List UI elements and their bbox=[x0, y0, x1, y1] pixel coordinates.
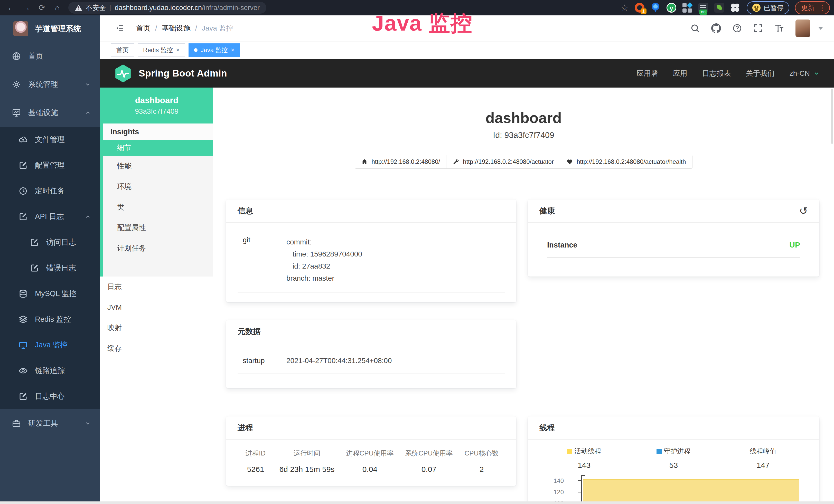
sba-nav-applications[interactable]: 应用 bbox=[673, 69, 687, 78]
sba-body: dashboard 93a3fc7f7409 Insights 细节 性能 环境… bbox=[100, 88, 834, 501]
legend-yellow-swatch bbox=[567, 449, 572, 454]
sba-navbar: Spring Boot Admin 应用墙 应用 日志报表 关于我们 zh-CN bbox=[100, 59, 834, 88]
sba-section-insights: Insights bbox=[100, 123, 213, 140]
profile-avatar-emoji bbox=[752, 4, 761, 12]
actuator-url-button[interactable]: http://192.168.0.2:48080/actuator bbox=[446, 155, 560, 169]
app-sidebar: 芋道管理系统 首页 系统管理 基础设施 文件管理 bbox=[0, 16, 100, 501]
extension-on-badge: on bbox=[699, 9, 707, 15]
sba-item-config-props[interactable]: 配置属性 bbox=[103, 217, 213, 238]
sba-nav-journal[interactable]: 日志报表 bbox=[702, 69, 731, 78]
sidebar-item-config-manage[interactable]: 配置管理 bbox=[0, 153, 100, 178]
extension-toolbar: 1 y on bbox=[635, 3, 740, 13]
sba-item-jvm[interactable]: JVM bbox=[100, 297, 213, 318]
close-icon[interactable]: × bbox=[231, 46, 234, 54]
y-tick-140: 140 bbox=[540, 477, 564, 484]
instance-health-row[interactable]: Instance UP bbox=[547, 223, 800, 257]
health-url-button[interactable]: http://192.168.0.2:48080/actuator/health bbox=[560, 155, 693, 169]
dashboard-icon bbox=[12, 52, 21, 61]
browser-reload-icon[interactable]: ⟳ bbox=[35, 0, 49, 15]
tabs-bar: 首页 Redis 监控 × Java 监控 × bbox=[100, 41, 834, 59]
chevron-down-icon bbox=[85, 420, 91, 427]
sba-item-logs[interactable]: 日志 bbox=[100, 276, 213, 297]
pin-extension-icon[interactable] bbox=[651, 3, 660, 13]
metadata-card: 元数据 startup 2021-04-27T00:44:31.254+08:0… bbox=[226, 320, 516, 388]
sidebar-toggle-icon[interactable] bbox=[114, 24, 125, 32]
leaf-extension-icon[interactable] bbox=[714, 3, 724, 13]
sidebar-item-system[interactable]: 系统管理 bbox=[0, 70, 100, 98]
browser-home-icon[interactable]: ⌂ bbox=[50, 0, 64, 15]
sba-item-scheduled-tasks[interactable]: 计划任务 bbox=[103, 238, 213, 258]
sidebar-item-home[interactable]: 首页 bbox=[0, 42, 100, 70]
sba-nav-about[interactable]: 关于我们 bbox=[746, 69, 775, 78]
sidebar-item-api-log[interactable]: API 日志 bbox=[0, 204, 100, 230]
annotation-java-monitor: Java 监控 bbox=[372, 9, 473, 38]
help-icon[interactable] bbox=[732, 23, 742, 33]
log-icon bbox=[30, 238, 39, 247]
caret-down-icon[interactable] bbox=[818, 27, 823, 30]
sidebar-item-error-log[interactable]: 错误日志 bbox=[0, 255, 100, 281]
sidebar-item-access-log[interactable]: 访问日志 bbox=[0, 230, 100, 255]
profile-paused-badge[interactable]: 已暂停 bbox=[747, 1, 789, 15]
status-badge: UP bbox=[789, 240, 800, 249]
git-value: commit: time: 1596289704000 id: 27aa832 … bbox=[286, 236, 362, 284]
process-card-title: 进程 bbox=[226, 416, 516, 439]
sba-item-caches[interactable]: 缓存 bbox=[100, 338, 213, 359]
sidebar-item-dev-tools[interactable]: 研发工具 bbox=[0, 409, 100, 437]
sidebar-item-log-center[interactable]: 日志中心 bbox=[0, 384, 100, 409]
sba-content: dashboard Id: 93a3fc7f7409 http://192.16… bbox=[213, 88, 834, 501]
wrench-icon bbox=[453, 158, 459, 165]
service-url-button[interactable]: http://192.168.0.2:48080/ bbox=[355, 155, 446, 169]
puzzle-extension-icon[interactable] bbox=[730, 3, 740, 13]
list-extension-icon[interactable]: on bbox=[698, 3, 708, 13]
layers-icon bbox=[19, 315, 28, 324]
log-icon bbox=[19, 212, 28, 221]
grid-extension-icon[interactable] bbox=[682, 3, 692, 13]
sidebar-item-file-manage[interactable]: 文件管理 bbox=[0, 127, 100, 153]
tab-home[interactable]: 首页 bbox=[111, 43, 134, 57]
live-threads-area bbox=[583, 479, 799, 501]
search-icon[interactable] bbox=[690, 23, 700, 33]
sidebar-item-redis-monitor[interactable]: Redis 监控 bbox=[0, 306, 100, 332]
tab-java-monitor[interactable]: Java 监控 × bbox=[189, 43, 240, 57]
sba-item-details[interactable]: 细节 bbox=[100, 140, 213, 156]
browser-back-icon[interactable]: ← bbox=[4, 0, 18, 15]
font-size-icon[interactable] bbox=[774, 23, 784, 33]
sba-item-classes[interactable]: 类 bbox=[103, 197, 213, 217]
sidebar-item-trace[interactable]: 链路追踪 bbox=[0, 358, 100, 384]
sba-item-environment[interactable]: 环境 bbox=[103, 176, 213, 197]
sidebar-item-infra[interactable]: 基础设施 bbox=[0, 98, 100, 127]
breadcrumb-infra[interactable]: 基础设施 bbox=[162, 23, 191, 33]
address-bar[interactable]: ! 不安全 | dashboard.yudao.iocoder.cn/infra… bbox=[68, 2, 266, 14]
close-icon[interactable]: × bbox=[176, 46, 179, 54]
sba-item-performance[interactable]: 性能 bbox=[103, 156, 213, 176]
sidebar-item-scheduled-task[interactable]: 定时任务 bbox=[0, 178, 100, 204]
paused-label: 已暂停 bbox=[764, 3, 784, 12]
user-avatar[interactable] bbox=[795, 20, 810, 37]
sidebar-item-java-monitor[interactable]: Java 监控 bbox=[0, 332, 100, 358]
locale-selector[interactable]: zh-CN bbox=[790, 69, 820, 77]
sba-insights-group: 性能 环境 类 配置属性 计划任务 bbox=[100, 156, 213, 276]
threads-legend: 活动线程 143 守护进程 53 线程峰值 14 bbox=[540, 439, 808, 469]
sba-app-header[interactable]: dashboard 93a3fc7f7409 bbox=[100, 88, 213, 123]
browser-menu-icon[interactable]: ⋮ bbox=[818, 4, 826, 12]
github-icon[interactable] bbox=[711, 23, 721, 33]
extension-icon[interactable]: 1 bbox=[635, 3, 644, 13]
scrollbar[interactable] bbox=[831, 89, 833, 144]
browser-update-button[interactable]: 更新 ⋮ bbox=[795, 1, 830, 15]
sidebar-item-mysql-monitor[interactable]: MySQL 监控 bbox=[0, 281, 100, 306]
startup-row: startup 2021-04-27T00:44:31.254+08:00 bbox=[238, 343, 505, 374]
history-icon[interactable]: ↺ bbox=[799, 205, 808, 217]
fullscreen-icon[interactable] bbox=[753, 23, 763, 33]
extension-icon[interactable]: y bbox=[666, 3, 676, 13]
sba-nav-wallboard[interactable]: 应用墙 bbox=[636, 69, 658, 78]
browser-forward-icon[interactable]: → bbox=[20, 0, 34, 15]
legend-live-threads: 活动线程 143 bbox=[540, 447, 629, 469]
sba-item-mappings[interactable]: 映射 bbox=[100, 318, 213, 338]
log-icon bbox=[30, 264, 39, 273]
bookmark-star-icon[interactable]: ☆ bbox=[621, 3, 629, 13]
sidebar-menu: 首页 系统管理 基础设施 文件管理 配置管理 bbox=[0, 42, 100, 437]
breadcrumb-home[interactable]: 首页 bbox=[136, 23, 151, 33]
sba-app-id: 93a3fc7f7409 bbox=[135, 107, 178, 116]
security-warning-icon[interactable]: ! bbox=[75, 5, 82, 11]
tab-redis-monitor[interactable]: Redis 监控 × bbox=[138, 43, 185, 57]
